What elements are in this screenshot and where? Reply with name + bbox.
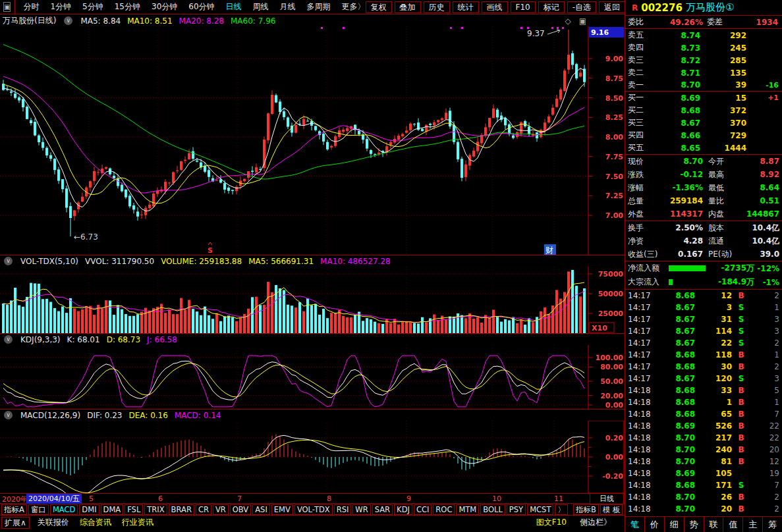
period-4[interactable]: 30分钟: [152, 1, 177, 13]
bottom-toolbar: 扩展∧关联报价综合资讯行业资讯 图文F10侧边栏》: [0, 516, 625, 529]
period-3[interactable]: 15分钟: [115, 1, 140, 13]
period-9[interactable]: 多周期: [307, 1, 331, 13]
indicator-tab-19[interactable]: ROC: [433, 504, 455, 515]
indicator-tab-17[interactable]: KDJ: [394, 504, 412, 515]
indicator-tab-4[interactable]: DMA: [101, 504, 124, 515]
bottom-item-2[interactable]: 综合资讯: [77, 517, 114, 529]
period-6[interactable]: 日线: [226, 1, 242, 13]
indicator-tab-23[interactable]: MCST: [527, 504, 553, 515]
panel-tab-5[interactable]: 值: [723, 517, 742, 532]
ticker-row-3: 14:178.67114S3: [625, 325, 782, 337]
period-7[interactable]: 周线: [253, 1, 269, 13]
candlestick-chart[interactable]: 9.008.758.508.258.007.757.507.257.009.16…: [0, 26, 625, 255]
panel-tab-6[interactable]: 主: [742, 517, 762, 532]
svg-text:9.37: 9.37: [527, 29, 545, 38]
stock-id-header: R 002276 万马股份①: [625, 0, 782, 16]
chevron-down-icon[interactable]: ∨: [4, 411, 13, 419]
indicator-tab-0[interactable]: 指标A: [1, 504, 27, 515]
indicator-tab-18[interactable]: CCI: [414, 504, 432, 515]
panel-tab-2[interactable]: 细: [664, 517, 684, 532]
order-book-row-买四[interactable]: 买四8.66729: [625, 129, 782, 142]
tool-7[interactable]: -自选: [567, 1, 596, 13]
bottom-item-3[interactable]: 行业资讯: [119, 517, 156, 529]
indicator-tab-1[interactable]: 窗口: [28, 504, 49, 515]
chart-area: 万马股份(日线) ∨ MA5: 8.84 MA10: 8.51 MA20: 8.…: [0, 15, 625, 532]
diamond-icon[interactable]: ◇: [565, 16, 571, 26]
svg-text:25000: 25000: [598, 309, 624, 318]
chevron-down-icon[interactable]: ∨: [64, 16, 72, 25]
panel-tab-0[interactable]: 笔: [625, 517, 644, 532]
period-1[interactable]: 1分钟: [50, 1, 71, 13]
month-label-10: 10: [492, 494, 501, 503]
indicator-tab-25[interactable]: 指标B: [573, 504, 599, 515]
period-10[interactable]: 更多〉: [342, 1, 366, 13]
ma20-value: MA20: 8.28: [179, 16, 224, 26]
indicator-tab-5[interactable]: FSL: [125, 504, 143, 515]
indicator-tab-6[interactable]: TRIX: [144, 504, 167, 515]
order-book-row-卖一[interactable]: 卖一8.7039-16: [625, 79, 782, 92]
indicator-tab-15[interactable]: WR: [352, 504, 370, 515]
window-layout-icon[interactable]: ▣: [3, 2, 11, 12]
indicator-tab-7[interactable]: BRAR: [169, 504, 194, 515]
ticker-row-11: 14:188.69526B22: [625, 420, 782, 432]
indicator-tab-14[interactable]: RSI: [334, 504, 352, 515]
indicator-tab-22[interactable]: PSY: [507, 504, 526, 515]
tool-3[interactable]: 统计: [453, 1, 479, 13]
order-book-row-买一[interactable]: 买一8.6915+1: [625, 92, 782, 104]
period-2[interactable]: 5分钟: [82, 1, 103, 13]
month-label-5: 5: [89, 494, 94, 503]
order-book-row-买二[interactable]: 买二8.68372: [625, 104, 782, 117]
indicator-tab-9[interactable]: VR: [213, 504, 229, 515]
period-0[interactable]: 分时: [23, 1, 39, 13]
volume-value: VOLUME: 259183.88: [161, 257, 242, 266]
indicator-tab-11[interactable]: ASI: [252, 504, 270, 515]
ticker-row-17: 14:188.7026B2: [625, 491, 782, 503]
macd-chart[interactable]: 0.200.00-0.20: [0, 421, 625, 494]
pane-split-icon[interactable]: ▣: [579, 16, 586, 26]
panel-tab-4[interactable]: 联: [704, 517, 723, 532]
info-row-2: 涨幅-1.36%最低8.64: [625, 181, 782, 194]
panel-tab-1[interactable]: 价: [644, 517, 664, 532]
order-book-row-卖四[interactable]: 卖四8.73245: [625, 41, 782, 54]
indicator-tab-21[interactable]: BOLL: [480, 504, 505, 515]
indicator-tab-3[interactable]: DMI: [79, 504, 99, 515]
indicator-tab-8[interactable]: CR: [196, 504, 211, 515]
bottom-item-0[interactable]: 扩展∧: [1, 517, 30, 529]
indicator-tab-20[interactable]: MTM: [456, 504, 479, 515]
tool-0[interactable]: 复权: [366, 1, 392, 13]
panel-tab-7[interactable]: 筹: [762, 517, 782, 532]
svg-text:0.00: 0.00: [605, 401, 623, 410]
indicator-tab-16[interactable]: SAR: [372, 504, 393, 515]
tool-1[interactable]: 叠加: [395, 1, 421, 13]
svg-text:7.25: 7.25: [605, 192, 623, 200]
bottom-item-1[interactable]: 关联报价: [35, 517, 72, 529]
indicator-tab-13[interactable]: VOL-TDX: [294, 504, 333, 515]
order-book-row-卖五[interactable]: 卖五8.74292: [625, 29, 782, 41]
selected-date[interactable]: 2020/04/10/五: [26, 494, 82, 504]
chevron-down-icon[interactable]: ∨: [4, 335, 13, 344]
bottom-item-0[interactable]: 图文F10: [534, 517, 569, 528]
bottom-item-1[interactable]: 侧边栏》: [577, 517, 614, 528]
period-5[interactable]: 60分钟: [188, 1, 214, 13]
tool-2[interactable]: 历史: [424, 1, 450, 13]
indicator-tab-26[interactable]: 模 板: [600, 504, 623, 515]
order-book-row-买三[interactable]: 买三8.67370: [625, 117, 782, 129]
order-book-row-卖三[interactable]: 卖三8.72285: [625, 54, 782, 66]
period-indicator[interactable]: 日线: [590, 493, 624, 504]
tool-5[interactable]: F10: [511, 1, 536, 13]
indicator-tab-24[interactable]: 〉: [555, 504, 568, 515]
indicator-tab-2[interactable]: MACD: [50, 504, 78, 515]
indicator-tab-12[interactable]: EMV: [271, 504, 293, 515]
order-book-row-买五[interactable]: 买五8.651444: [625, 142, 782, 154]
period-menu: 分时1分钟5分钟15分钟30分钟60分钟日线周线月线多周期更多〉: [14, 0, 365, 14]
tool-8[interactable]: 返回: [599, 1, 625, 13]
kdj-chart[interactable]: 100.0080.0050.0020.000.00: [0, 345, 625, 410]
volume-chart[interactable]: 750005000025000X10: [0, 267, 625, 334]
period-8[interactable]: 月线: [280, 1, 296, 13]
order-book-row-卖二[interactable]: 卖二8.71135: [625, 66, 782, 79]
indicator-tab-10[interactable]: OBV: [230, 504, 251, 515]
tool-4[interactable]: 画线: [482, 1, 508, 13]
panel-tab-3[interactable]: 势: [684, 517, 704, 532]
tool-6[interactable]: 标记: [538, 1, 565, 13]
chevron-down-icon[interactable]: ∨: [4, 257, 13, 265]
